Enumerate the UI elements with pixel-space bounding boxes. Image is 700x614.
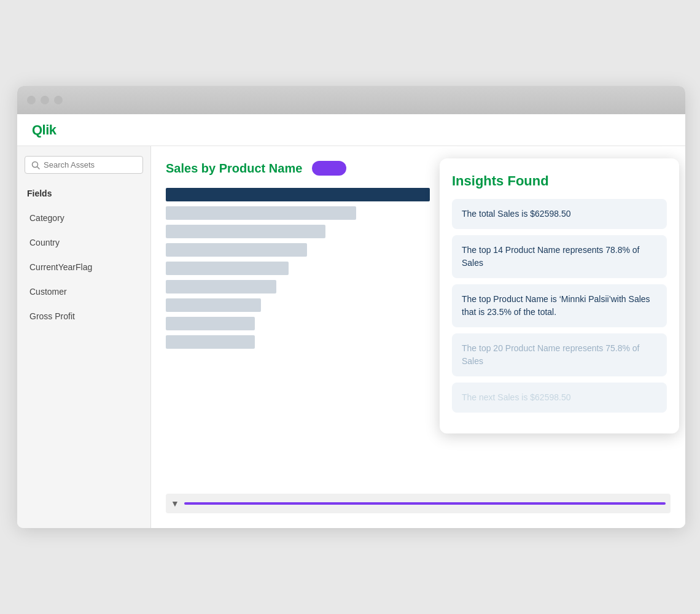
svg-line-1 (37, 166, 40, 169)
insight-card-2[interactable]: The top 14 Product Name represents 78.8%… (452, 235, 667, 278)
search-box[interactable] (25, 156, 143, 174)
bar-row (166, 280, 430, 293)
sidebar: Fields Category Country CurrentYearFlag … (17, 146, 151, 528)
fields-header: Fields (25, 184, 143, 203)
qlik-logo: Qlik (32, 122, 56, 138)
bar-row (166, 335, 430, 349)
chart-pill (312, 161, 346, 176)
bar-row (166, 298, 430, 312)
browser-titlebar (17, 86, 685, 114)
insights-panel: Insights Found The total Sales is $62598… (440, 158, 679, 433)
bar-row (166, 262, 430, 275)
bar-row (166, 243, 430, 257)
insight-card-1[interactable]: The total Sales is $62598.50 (452, 199, 667, 229)
main-content: Sales by Product Name (151, 146, 685, 528)
bar-row (166, 317, 430, 330)
bar-fill-1 (166, 188, 430, 201)
insight-card-4[interactable]: The top 20 Product Name represents 75.8%… (452, 333, 667, 376)
bar-fill-9 (166, 335, 255, 349)
bar-fill-4 (166, 243, 307, 257)
insights-title: Insights Found (452, 173, 667, 189)
bar-row (166, 188, 430, 201)
sidebar-item-customer[interactable]: Customer (25, 279, 143, 304)
filter-icon: ▼ (171, 499, 179, 508)
bar-fill-5 (166, 262, 289, 275)
bar-row (166, 225, 430, 238)
app-body: Fields Category Country CurrentYearFlag … (17, 146, 685, 528)
bar-fill-7 (166, 298, 261, 312)
browser-window: Qlik Fields Category Country CurrentYear… (17, 86, 685, 528)
bar-fill-8 (166, 317, 255, 330)
bar-chart (166, 188, 430, 349)
insight-card-3[interactable]: The top Product Name is ‘Minnki Palsii’w… (452, 284, 667, 327)
bar-fill-3 (166, 225, 325, 238)
search-icon (31, 161, 40, 169)
sidebar-item-category[interactable]: Category (25, 206, 143, 230)
chart-title: Sales by Product Name (166, 161, 302, 176)
traffic-light-red (27, 96, 36, 104)
traffic-light-green (54, 96, 63, 104)
bar-row (166, 206, 430, 220)
search-input[interactable] (44, 160, 136, 169)
sidebar-item-grossprofit[interactable]: Gross Profit (25, 304, 143, 328)
chart-footer: ▼ (166, 494, 671, 513)
traffic-light-yellow (41, 96, 49, 104)
scroll-track[interactable] (184, 502, 666, 505)
sidebar-item-country[interactable]: Country (25, 230, 143, 255)
bar-fill-6 (166, 280, 276, 293)
app-header: Qlik (17, 114, 685, 146)
sidebar-item-currentyearflag[interactable]: CurrentYearFlag (25, 255, 143, 279)
bar-fill-2 (166, 206, 356, 220)
insight-card-5[interactable]: The next Sales is $62598.50 (452, 383, 667, 413)
